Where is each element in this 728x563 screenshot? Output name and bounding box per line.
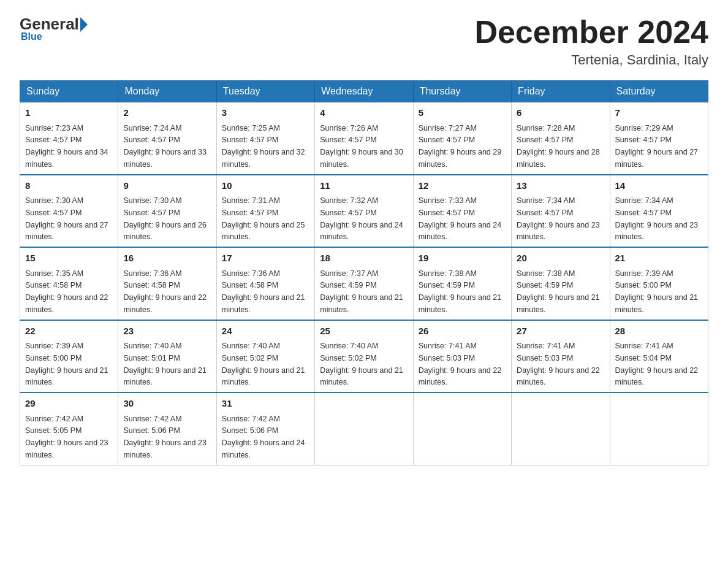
day-info: Sunrise: 7:41 AMSunset: 5:04 PMDaylight:… <box>615 342 699 386</box>
calendar-cell: 22 Sunrise: 7:39 AMSunset: 5:00 PMDaylig… <box>20 320 118 393</box>
day-info: Sunrise: 7:29 AMSunset: 4:57 PMDaylight:… <box>615 124 699 169</box>
calendar-cell: 17 Sunrise: 7:36 AMSunset: 4:58 PMDaylig… <box>216 247 314 320</box>
day-number: 17 <box>222 251 309 266</box>
calendar-week-2: 8 Sunrise: 7:30 AMSunset: 4:57 PMDayligh… <box>20 175 708 248</box>
day-info: Sunrise: 7:38 AMSunset: 4:59 PMDaylight:… <box>419 269 502 314</box>
calendar-cell: 15 Sunrise: 7:35 AMSunset: 4:58 PMDaylig… <box>20 247 118 320</box>
day-info: Sunrise: 7:32 AMSunset: 4:57 PMDaylight:… <box>320 196 403 241</box>
calendar-cell: 14 Sunrise: 7:34 AMSunset: 4:57 PMDaylig… <box>610 175 708 248</box>
day-info: Sunrise: 7:39 AMSunset: 5:00 PMDaylight:… <box>25 342 108 386</box>
day-number: 11 <box>320 179 408 193</box>
calendar-week-5: 29 Sunrise: 7:42 AMSunset: 5:05 PMDaylig… <box>20 393 708 465</box>
calendar-cell: 11 Sunrise: 7:32 AMSunset: 4:57 PMDaylig… <box>315 175 413 248</box>
day-info: Sunrise: 7:42 AMSunset: 5:06 PMDaylight:… <box>123 415 207 459</box>
day-info: Sunrise: 7:33 AMSunset: 4:57 PMDaylight:… <box>419 196 502 241</box>
day-number: 2 <box>123 106 211 120</box>
day-number: 10 <box>222 179 309 193</box>
day-number: 30 <box>123 397 211 411</box>
calendar-cell: 20 Sunrise: 7:38 AMSunset: 4:59 PMDaylig… <box>512 247 610 320</box>
day-number: 31 <box>222 397 309 411</box>
calendar-week-1: 1 Sunrise: 7:23 AMSunset: 4:57 PMDayligh… <box>20 102 708 175</box>
calendar-cell: 25 Sunrise: 7:40 AMSunset: 5:02 PMDaylig… <box>315 320 413 393</box>
calendar-cell: 16 Sunrise: 7:36 AMSunset: 4:58 PMDaylig… <box>118 247 216 320</box>
calendar-cell: 13 Sunrise: 7:34 AMSunset: 4:57 PMDaylig… <box>512 175 610 248</box>
day-number: 9 <box>123 179 211 193</box>
calendar-week-4: 22 Sunrise: 7:39 AMSunset: 5:00 PMDaylig… <box>20 320 708 393</box>
day-info: Sunrise: 7:27 AMSunset: 4:57 PMDaylight:… <box>419 124 502 169</box>
calendar-cell: 6 Sunrise: 7:28 AMSunset: 4:57 PMDayligh… <box>512 102 610 175</box>
weekday-header-row: SundayMondayTuesdayWednesdayThursdayFrid… <box>20 81 708 102</box>
day-info: Sunrise: 7:24 AMSunset: 4:57 PMDaylight:… <box>123 124 207 169</box>
calendar-cell: 28 Sunrise: 7:41 AMSunset: 5:04 PMDaylig… <box>610 320 708 393</box>
weekday-header-friday: Friday <box>512 81 610 102</box>
calendar-cell <box>315 393 413 465</box>
day-number: 16 <box>123 251 211 266</box>
day-info: Sunrise: 7:38 AMSunset: 4:59 PMDaylight:… <box>517 269 600 314</box>
day-info: Sunrise: 7:34 AMSunset: 4:57 PMDaylight:… <box>517 196 600 241</box>
day-number: 12 <box>419 179 506 193</box>
day-info: Sunrise: 7:42 AMSunset: 5:06 PMDaylight:… <box>222 415 305 459</box>
day-number: 20 <box>517 251 604 266</box>
calendar-cell: 4 Sunrise: 7:26 AMSunset: 4:57 PMDayligh… <box>315 102 413 175</box>
day-info: Sunrise: 7:41 AMSunset: 5:03 PMDaylight:… <box>419 342 502 386</box>
day-info: Sunrise: 7:41 AMSunset: 5:03 PMDaylight:… <box>517 342 600 386</box>
calendar-cell: 23 Sunrise: 7:40 AMSunset: 5:01 PMDaylig… <box>118 320 216 393</box>
calendar-cell: 21 Sunrise: 7:39 AMSunset: 5:00 PMDaylig… <box>610 247 708 320</box>
day-number: 23 <box>123 324 211 339</box>
calendar-week-3: 15 Sunrise: 7:35 AMSunset: 4:58 PMDaylig… <box>20 247 708 320</box>
calendar-cell: 29 Sunrise: 7:42 AMSunset: 5:05 PMDaylig… <box>20 393 118 465</box>
calendar-cell: 7 Sunrise: 7:29 AMSunset: 4:57 PMDayligh… <box>610 102 708 175</box>
calendar-cell: 18 Sunrise: 7:37 AMSunset: 4:59 PMDaylig… <box>315 247 413 320</box>
weekday-header-wednesday: Wednesday <box>315 81 413 102</box>
day-number: 25 <box>320 324 408 339</box>
day-number: 28 <box>615 324 703 339</box>
day-info: Sunrise: 7:40 AMSunset: 5:01 PMDaylight:… <box>123 342 207 386</box>
day-number: 21 <box>615 251 703 266</box>
calendar-cell: 8 Sunrise: 7:30 AMSunset: 4:57 PMDayligh… <box>20 175 118 248</box>
weekday-header-thursday: Thursday <box>413 81 511 102</box>
day-number: 18 <box>320 251 408 266</box>
calendar-cell: 1 Sunrise: 7:23 AMSunset: 4:57 PMDayligh… <box>20 102 118 175</box>
page-header: General Blue December 2024 Tertenia, Sar… <box>20 15 708 68</box>
day-number: 8 <box>25 179 113 193</box>
day-info: Sunrise: 7:28 AMSunset: 4:57 PMDaylight:… <box>517 124 600 169</box>
day-number: 29 <box>25 397 113 411</box>
calendar-cell: 12 Sunrise: 7:33 AMSunset: 4:57 PMDaylig… <box>413 175 511 248</box>
day-info: Sunrise: 7:36 AMSunset: 4:58 PMDaylight:… <box>222 269 305 314</box>
day-info: Sunrise: 7:30 AMSunset: 4:57 PMDaylight:… <box>123 196 207 241</box>
day-number: 14 <box>615 179 703 193</box>
calendar-cell: 5 Sunrise: 7:27 AMSunset: 4:57 PMDayligh… <box>413 102 511 175</box>
weekday-header-tuesday: Tuesday <box>216 81 314 102</box>
day-info: Sunrise: 7:39 AMSunset: 5:00 PMDaylight:… <box>615 269 699 314</box>
day-info: Sunrise: 7:26 AMSunset: 4:57 PMDaylight:… <box>320 124 403 169</box>
calendar-cell: 19 Sunrise: 7:38 AMSunset: 4:59 PMDaylig… <box>413 247 511 320</box>
day-info: Sunrise: 7:25 AMSunset: 4:57 PMDaylight:… <box>222 124 305 169</box>
calendar-cell: 24 Sunrise: 7:40 AMSunset: 5:02 PMDaylig… <box>216 320 314 393</box>
day-number: 13 <box>517 179 604 193</box>
logo-arrow-icon <box>80 17 88 32</box>
weekday-header-saturday: Saturday <box>610 81 708 102</box>
page-title: December 2024 <box>474 15 708 50</box>
calendar-cell: 26 Sunrise: 7:41 AMSunset: 5:03 PMDaylig… <box>413 320 511 393</box>
day-info: Sunrise: 7:35 AMSunset: 4:58 PMDaylight:… <box>25 269 108 314</box>
day-info: Sunrise: 7:40 AMSunset: 5:02 PMDaylight:… <box>320 342 403 386</box>
day-number: 4 <box>320 106 408 120</box>
calendar-table: SundayMondayTuesdayWednesdayThursdayFrid… <box>20 80 708 465</box>
calendar-cell: 2 Sunrise: 7:24 AMSunset: 4:57 PMDayligh… <box>118 102 216 175</box>
day-number: 24 <box>222 324 309 339</box>
calendar-cell: 31 Sunrise: 7:42 AMSunset: 5:06 PMDaylig… <box>216 393 314 465</box>
day-info: Sunrise: 7:36 AMSunset: 4:58 PMDaylight:… <box>123 269 207 314</box>
logo: General Blue <box>20 15 89 42</box>
day-number: 15 <box>25 251 113 266</box>
day-info: Sunrise: 7:42 AMSunset: 5:05 PMDaylight:… <box>25 415 108 459</box>
day-number: 22 <box>25 324 113 339</box>
weekday-header-monday: Monday <box>118 81 216 102</box>
calendar-cell <box>512 393 610 465</box>
day-number: 6 <box>517 106 604 120</box>
calendar-body: 1 Sunrise: 7:23 AMSunset: 4:57 PMDayligh… <box>20 102 708 465</box>
logo-subtitle: Blue <box>21 31 42 42</box>
day-info: Sunrise: 7:37 AMSunset: 4:59 PMDaylight:… <box>320 269 403 314</box>
day-info: Sunrise: 7:23 AMSunset: 4:57 PMDaylight:… <box>25 124 108 169</box>
day-info: Sunrise: 7:31 AMSunset: 4:57 PMDaylight:… <box>222 196 305 241</box>
day-number: 19 <box>419 251 506 266</box>
